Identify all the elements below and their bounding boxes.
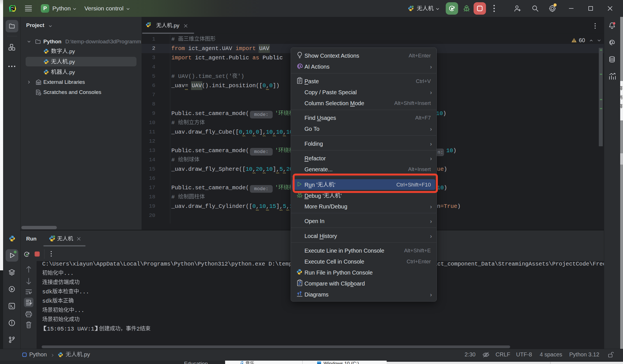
svg-text:PC: PC <box>11 6 14 9</box>
